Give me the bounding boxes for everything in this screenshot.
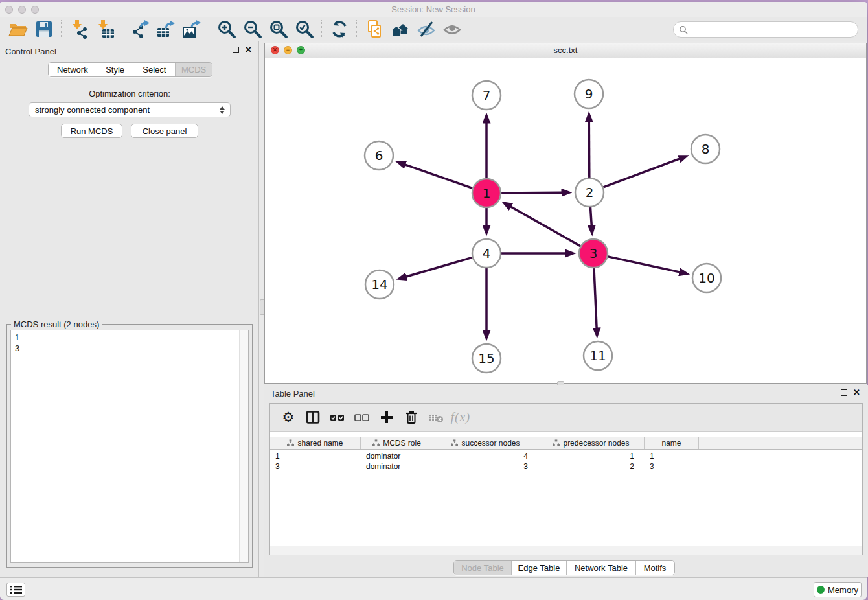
float-table-panel-icon[interactable] [841,389,847,396]
graph-edge-2-8[interactable] [604,159,680,187]
import-table-icon[interactable] [94,19,116,39]
export-image-icon[interactable] [181,19,203,39]
graph-node-11[interactable]: 11 [584,341,612,370]
table-header: shared name MCDS role successor nodes pr… [270,437,862,450]
toolbar-separator [209,20,210,38]
graph-node-6[interactable]: 6 [365,141,393,170]
result-scrollbar[interactable] [239,330,248,562]
import-network-icon[interactable] [68,19,90,39]
mcds-result-lines: 1 3 [11,330,239,562]
close-table-panel-icon[interactable]: ✕ [853,389,860,396]
cell-mcds-role[interactable]: dominator [361,461,433,472]
optimization-criterion-select[interactable]: strongly connected component [29,102,231,117]
graph-node-8[interactable]: 8 [691,135,720,163]
float-panel-icon[interactable] [233,47,239,53]
cell-predecessor-nodes[interactable]: 1 [538,451,645,461]
memory-label: Memory [828,585,858,595]
column-header-predecessor-nodes[interactable]: predecessor nodes [538,437,645,449]
session-title: Session: New Session [0,5,867,14]
export-network-icon[interactable] [129,19,151,39]
graph-edge-3-10[interactable] [608,257,680,272]
copy-network-icon[interactable] [363,19,385,39]
table-horizontal-scrollbar[interactable] [270,546,862,555]
zoom-in-icon[interactable] [216,19,238,39]
cell-mcds-role[interactable]: dominator [361,451,433,461]
graph-node-1[interactable]: 1 [472,179,501,207]
close-panel-button[interactable]: Close panel [131,124,198,138]
column-header-successor-nodes[interactable]: successor nodes [433,437,538,449]
close-panel-icon[interactable]: ✕ [245,47,252,53]
graph-node-7[interactable]: 7 [472,81,501,110]
memory-button[interactable]: Memory [814,582,862,597]
tab-mcds[interactable]: MCDS [175,63,212,76]
graph-edge-1-2[interactable] [501,192,562,193]
toolbar-separator [122,20,123,38]
select-all-icon[interactable] [326,408,349,427]
chevron-up-down-icon [217,106,227,114]
column-header-mcds-role[interactable]: MCDS role [361,437,433,449]
tab-edge-table[interactable]: Edge Table [511,561,566,575]
refresh-icon[interactable] [328,19,350,39]
add-row-icon[interactable] [375,408,398,427]
function-builder-icon[interactable]: f(x) [449,408,472,427]
hide-details-icon[interactable] [415,19,437,39]
column-header-name[interactable]: name [645,437,699,449]
zoom-fit-icon[interactable] [268,19,290,39]
table-row[interactable]: 3 dominator 3 2 3 [270,461,862,472]
column-header-shared-name[interactable]: shared name [270,437,361,449]
tab-network-table[interactable]: Network Table [566,561,635,575]
cell-shared-name[interactable]: 1 [270,451,361,461]
cell-successor-nodes[interactable]: 4 [433,451,538,461]
graph-edge-2-9[interactable] [589,122,589,178]
cell-successor-nodes[interactable]: 3 [433,461,538,472]
zoom-selected-icon[interactable] [293,19,315,39]
main-titlebar: Session: New Session [0,2,867,18]
show-details-icon[interactable] [441,19,463,39]
graph-node-4[interactable]: 4 [472,239,501,268]
deselect-all-icon[interactable] [350,408,374,427]
open-file-icon[interactable] [7,19,29,39]
tab-node-table[interactable]: Node Table [454,561,511,575]
cell-predecessor-nodes[interactable]: 2 [538,461,645,472]
graph-node-14[interactable]: 14 [365,270,394,299]
table-row[interactable]: 1 dominator 4 1 1 [270,451,862,461]
cell-name[interactable]: 1 [645,451,699,461]
cell-name[interactable]: 3 [645,461,699,472]
tab-motifs[interactable]: Motifs [635,561,674,575]
search-field[interactable] [673,21,858,38]
network-window-titlebar[interactable]: ✕ − + scc.txt [265,43,866,58]
graph-node-10[interactable]: 10 [692,264,721,292]
graph-node-label: 9 [585,86,593,102]
graph-edge-1-6[interactable] [405,165,473,188]
search-input[interactable] [691,22,858,37]
task-history-button[interactable] [6,583,25,597]
tab-network[interactable]: Network [49,63,97,76]
gear-icon[interactable]: ⚙ [277,408,300,427]
tree-icon [287,439,294,446]
network-canvas[interactable]: 7968124314101511 [265,58,866,383]
graph-node-label: 11 [589,348,606,363]
home-view-icon[interactable] [389,19,411,39]
split-columns-icon[interactable] [301,408,325,427]
mcds-result-box[interactable]: 1 3 [10,330,249,563]
graph-node-3[interactable]: 3 [579,239,608,268]
delete-row-icon[interactable] [400,408,423,427]
delete-table-icon[interactable] [424,408,448,427]
graph-node-9[interactable]: 9 [575,80,603,108]
zoom-out-icon[interactable] [242,19,264,39]
graph-node-label: 8 [702,141,710,157]
mcds-result-title: MCDS result (2 nodes) [11,319,102,329]
export-table-icon[interactable] [155,19,177,39]
tab-style[interactable]: Style [97,63,133,76]
graph-node-15[interactable]: 15 [472,344,501,373]
cell-shared-name[interactable]: 3 [270,461,361,472]
tab-select[interactable]: Select [133,63,175,76]
graph-edge-4-14[interactable] [406,257,472,277]
graph-edge-3-1[interactable] [511,207,581,246]
graph-node-label: 15 [478,351,494,366]
run-mcds-button[interactable]: Run MCDS [61,124,122,138]
save-session-icon[interactable] [33,19,55,39]
graph-node-2[interactable]: 2 [575,178,604,207]
graph-edge-2-3[interactable] [591,207,592,225]
graph-edge-3-11[interactable] [594,268,597,328]
